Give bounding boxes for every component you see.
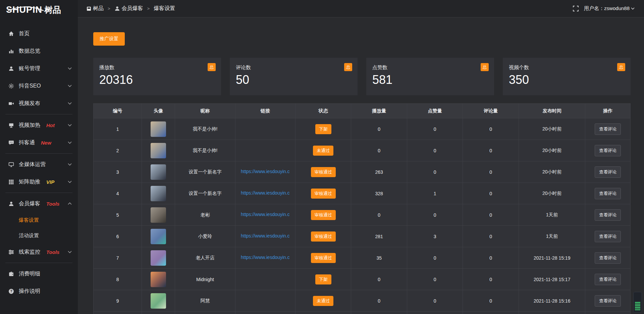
- status-badge[interactable]: 审核通过: [311, 231, 336, 242]
- cell-likes: 0: [407, 290, 463, 312]
- table-row: 1我不是小帅!下架00020小时前查看评论: [94, 118, 631, 140]
- sidebar-item-douketong[interactable]: 抖客通New: [0, 134, 78, 151]
- logo-text[interactable]: SHUPIN 树品: [0, 2, 78, 17]
- cell-link: [235, 269, 295, 290]
- status-badge[interactable]: 未通过: [313, 296, 333, 306]
- sidebar-item-badge: New: [41, 140, 51, 146]
- promo-settings-button[interactable]: 推广设置: [93, 32, 125, 46]
- cell-link: https://www.iesdouyin.c: [235, 247, 295, 269]
- view-comments-button[interactable]: 查看评论: [595, 145, 621, 156]
- sidebar-item-account-manage[interactable]: 账号管理: [0, 60, 78, 77]
- sidebar-item-member-baoke[interactable]: 会员爆客Tools: [0, 195, 78, 212]
- sidebar-subitem-active[interactable]: 爆客设置: [0, 212, 78, 228]
- sidebar-item-video-heat[interactable]: 视频加热Hot: [0, 116, 78, 134]
- video-link[interactable]: https://www.iesdouyin.c: [241, 169, 290, 174]
- status-badge[interactable]: 审核通过: [311, 189, 336, 199]
- total-badge: 总: [208, 63, 216, 71]
- sidebar-item-data-overview[interactable]: 数据总览: [0, 42, 78, 60]
- avatar: [151, 186, 166, 201]
- sidebar-subitem-item[interactable]: 活动设置: [0, 228, 78, 243]
- cell-avatar: [142, 183, 175, 204]
- view-comments-button[interactable]: 查看评论: [595, 295, 621, 307]
- cell: [351, 312, 407, 314]
- sidebar-divider: [5, 263, 72, 263]
- stat-label: 播放数: [99, 64, 215, 71]
- cell-likes: 0: [407, 269, 463, 290]
- total-badge: 总: [344, 63, 352, 71]
- cell-id: 6: [94, 226, 142, 247]
- sidebar-divider: [5, 193, 72, 193]
- chevron-down-icon: [68, 163, 72, 166]
- cell-avatar: [142, 269, 175, 290]
- stat-value: 581: [372, 73, 488, 87]
- breadcrumb-item[interactable]: 会员爆客: [122, 5, 143, 12]
- status-badge[interactable]: 下架: [315, 274, 331, 284]
- stat-cards: 播放数 20316 总 评论数 50 总 点赞数 581 总 视频个数 350: [93, 58, 631, 95]
- sidebar-item-home[interactable]: 首页: [0, 25, 78, 42]
- breadcrumb: 树品>会员爆客>爆客设置: [87, 5, 175, 12]
- table-row: 8Midnight下架0002021-11-28 15:17查看评论: [94, 269, 631, 290]
- cell-link: https://www.iesdouyin.c: [235, 204, 295, 226]
- status-badge[interactable]: 未通过: [313, 146, 333, 156]
- stat-value: 50: [236, 73, 352, 87]
- stat-label: 视频个数: [509, 64, 625, 71]
- sidebar-item-douyin-seo[interactable]: 抖音SEO: [0, 77, 78, 95]
- video-link[interactable]: https://www.iesdouyin.c: [241, 255, 290, 260]
- status-badge[interactable]: 审核通过: [311, 210, 336, 220]
- cell-plays: 0: [351, 269, 407, 290]
- cell-time: 2021-11-28 15:16: [519, 290, 585, 312]
- table-row-partial: [94, 312, 631, 314]
- view-comments-button[interactable]: 查看评论: [595, 166, 621, 178]
- sidebar: SHUPIN 树品 首页数据总览账号管理抖音SEO视频发布视频加热Hot抖客通N…: [0, 0, 78, 314]
- cell-plays: 263: [351, 161, 407, 183]
- cell-comments: 0: [463, 140, 519, 161]
- wallet-icon: [8, 271, 14, 277]
- view-comments-button[interactable]: 查看评论: [595, 188, 621, 199]
- sidebar-item-matrix-boost[interactable]: 矩阵助推VIP: [0, 173, 78, 191]
- cell-plays: 0: [351, 118, 407, 140]
- video-link[interactable]: https://www.iesdouyin.c: [241, 212, 290, 217]
- view-comments-button[interactable]: 查看评论: [595, 274, 621, 285]
- header-right: 用户名：zswodun88: [573, 5, 635, 12]
- floating-widget[interactable]: [633, 292, 642, 313]
- sidebar-item-label: 首页: [19, 30, 30, 37]
- cell-actions: 查看评论: [585, 269, 631, 290]
- status-badge[interactable]: 审核通过: [311, 253, 336, 263]
- view-comments-button[interactable]: 查看评论: [595, 123, 621, 135]
- chevron-down-icon: [68, 180, 72, 183]
- home-icon: [8, 31, 14, 37]
- cell-likes: 3: [407, 226, 463, 247]
- cell-avatar: [142, 204, 175, 226]
- view-comments-button[interactable]: 查看评论: [595, 209, 621, 221]
- cell-actions: 查看评论: [585, 204, 631, 226]
- sidebar-item-media-operation[interactable]: 全媒体运营: [0, 156, 78, 173]
- fullscreen-icon[interactable]: [573, 6, 579, 11]
- username[interactable]: 用户名：zswodun88: [584, 5, 635, 12]
- stat-card-comments: 评论数 50 总: [230, 58, 358, 95]
- video-link[interactable]: https://www.iesdouyin.c: [241, 190, 290, 196]
- monitor-icon: [8, 161, 14, 167]
- sidebar-item-badge: Hot: [46, 122, 55, 128]
- svg-text:?: ?: [10, 290, 12, 293]
- sidebar-item-consume-detail[interactable]: 消费明细: [0, 265, 78, 282]
- total-badge: 总: [481, 63, 489, 71]
- view-comments-button[interactable]: 查看评论: [595, 231, 621, 242]
- sidebar-item-clue-monitor[interactable]: 线索监控Tools: [0, 243, 78, 261]
- cell-comments: 0: [463, 183, 519, 204]
- avatar: [151, 229, 166, 244]
- cell-id: 1: [94, 118, 142, 140]
- breadcrumb-item[interactable]: 爆客设置: [154, 5, 175, 12]
- sidebar-item-video-publish[interactable]: 视频发布: [0, 95, 78, 112]
- sidebar-item-operation-guide[interactable]: ?操作说明: [0, 282, 78, 300]
- status-badge[interactable]: 审核通过: [311, 167, 336, 177]
- view-comments-button[interactable]: 查看评论: [595, 252, 621, 264]
- cell: [175, 312, 235, 314]
- cell-actions: 查看评论: [585, 290, 631, 312]
- breadcrumb-item[interactable]: 树品: [93, 5, 104, 12]
- column-header: 状态: [295, 104, 351, 118]
- table-header-row: 编号头像昵称链接状态播放量点赞量评论量发布时间操作: [94, 104, 631, 118]
- cell-link: [235, 140, 295, 161]
- video-link[interactable]: https://www.iesdouyin.c: [241, 233, 290, 239]
- chevron-down-icon: [68, 141, 72, 144]
- status-badge[interactable]: 下架: [315, 124, 331, 134]
